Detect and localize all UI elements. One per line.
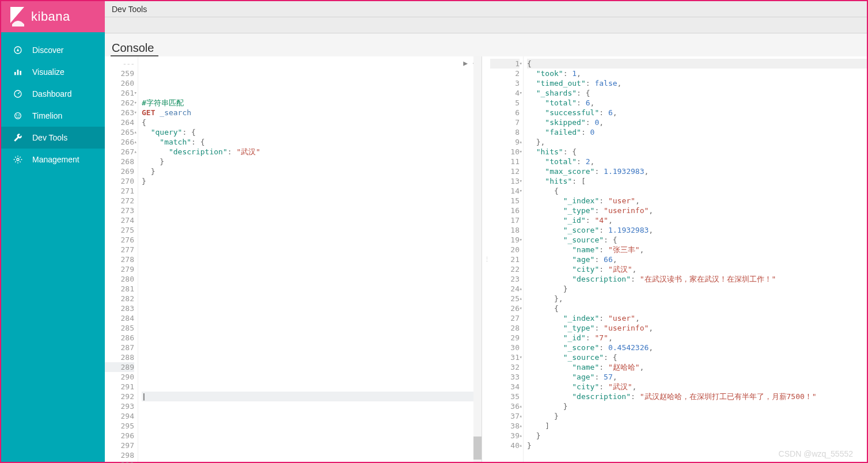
topbar: Dev Tools [105,1,867,17]
sidebar-item-label: Dev Tools [32,133,67,142]
page-title: Dev Tools [112,5,147,14]
request-code[interactable]: ▶ ▾ #字符串匹配GET _search{ "query": { "match… [138,56,482,462]
wrench-icon [13,132,23,143]
sidebar-item-discover[interactable]: Discover [1,39,105,61]
sidebar: kibana Discover Visualize Dashboard Time… [1,1,105,462]
sidebar-item-label: Timelion [32,111,62,120]
app-root: kibana Discover Visualize Dashboard Time… [0,0,868,463]
gauge-icon [13,89,23,99]
toolbar-spacer [105,17,867,33]
request-editor[interactable]: ---259260261▾262▾263▾264265▴266▴267▴2682… [105,56,482,462]
sidebar-item-label: Management [32,155,79,164]
kibana-logo-icon [9,7,25,26]
sidebar-item-label: Dashboard [32,89,72,98]
sidebar-item-dashboard[interactable]: Dashboard [1,83,105,105]
response-code: { "took": 1, "timed_out": false, "_shard… [524,56,867,462]
svg-rect-3 [14,72,16,75]
sidebar-item-label: Discover [32,45,63,55]
sidebar-item-timelion[interactable]: Timelion [1,105,105,127]
tab-console[interactable]: Console [111,41,158,56]
svg-line-7 [18,92,20,94]
compass-icon [13,45,23,55]
svg-point-10 [18,115,20,116]
sidebar-item-devtools[interactable]: Dev Tools [1,127,105,149]
request-gutter: ---259260261▾262▾263▾264265▴266▴267▴2682… [105,56,138,462]
nav: Discover Visualize Dashboard Timelion De… [1,32,105,170]
svg-rect-4 [17,70,19,75]
drag-handle-icon [484,256,489,263]
svg-point-11 [17,158,19,161]
sidebar-item-management[interactable]: Management [1,149,105,170]
pane-splitter[interactable] [482,56,490,462]
svg-point-9 [16,115,17,116]
console-tabbar: Console [105,33,867,56]
logo-bar[interactable]: kibana [1,1,105,32]
sidebar-item-label: Visualize [32,67,65,77]
sidebar-item-visualize[interactable]: Visualize [1,61,105,83]
console-panes: ---259260261▾262▾263▾264265▴266▴267▴2682… [105,56,867,462]
timelion-icon [13,111,23,121]
svg-rect-5 [20,71,21,75]
scrollbar-thumb[interactable] [473,437,482,460]
brand-text: kibana [31,9,70,24]
response-gutter: 1▾234▾56789▴10▾111213▾14▾1516171819▾2021… [490,56,524,462]
svg-point-8 [15,113,21,119]
watermark: CSDN @wzq_55552 [779,449,853,458]
barchart-icon [13,67,23,77]
svg-marker-0 [10,7,24,23]
main: Dev Tools Console ---259260261▾262▾263▾2… [105,1,867,462]
gear-icon [13,154,23,165]
svg-marker-2 [17,48,19,51]
response-viewer[interactable]: 1▾234▾56789▴10▾111213▾14▾1516171819▾2021… [490,56,867,462]
play-icon: ▶ [463,59,468,67]
request-scrollbar[interactable] [473,56,482,462]
